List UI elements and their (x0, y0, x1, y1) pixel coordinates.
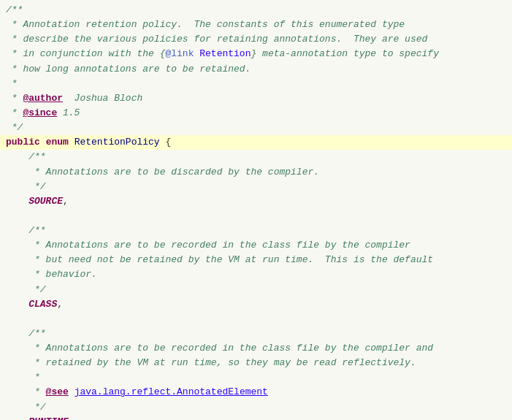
code-token: */ (6, 181, 46, 192)
code-token: * Annotations are to be recorded in the … (6, 343, 433, 354)
code-token: * (6, 78, 18, 89)
code-line: /** (0, 327, 512, 341)
code-token: , (57, 299, 63, 310)
code-line: * behavior. (0, 267, 512, 282)
code-token: , (63, 196, 69, 207)
code-line: /** (0, 150, 512, 164)
code-line: RUNTIME (0, 415, 512, 420)
code-line: * @author Joshua Bloch (0, 91, 512, 106)
code-line (0, 312, 512, 327)
code-line (0, 209, 512, 224)
code-token: 1.5 (57, 107, 80, 118)
code-token: */ (6, 122, 23, 133)
code-line: */ (0, 283, 512, 297)
code-line: /** (0, 3, 512, 18)
code-token: Joshua Bloch (63, 93, 142, 104)
code-token: @since (23, 107, 57, 118)
code-token: /** (6, 225, 46, 236)
code-token: public (6, 137, 40, 148)
code-line: * Annotations are to be discarded by the… (0, 165, 512, 180)
code-line: * (0, 370, 512, 385)
code-token: * (6, 107, 23, 118)
code-token (69, 386, 74, 397)
code-token (69, 137, 74, 148)
code-line: /** (0, 224, 512, 238)
code-line: */ (0, 180, 512, 194)
code-token (6, 196, 28, 207)
code-line: */ (0, 400, 512, 415)
code-line: * (0, 77, 512, 91)
code-token: * (6, 372, 40, 383)
code-editor: /** * Annotation retention policy. The c… (0, 0, 512, 420)
code-token: } meta-annotation type to specify (251, 48, 438, 59)
code-token: * retained by the VM at run time, so the… (6, 357, 416, 368)
code-line: * but need not be retained by the VM at … (0, 253, 512, 267)
code-token: java.lang.reflect.AnnotatedElement (74, 386, 268, 397)
code-line: SOURCE, (0, 194, 512, 209)
code-token: @author (23, 93, 63, 104)
code-token: * in conjunction with the { (6, 48, 165, 59)
code-token (6, 416, 28, 420)
code-line: public enum RetentionPolicy { (0, 135, 512, 150)
code-token: Retention (199, 48, 251, 59)
code-line: * in conjunction with the {@link Retenti… (0, 47, 512, 61)
code-token (40, 137, 46, 148)
code-token: * but need not be retained by the VM at … (6, 254, 433, 265)
code-line: * Annotation retention policy. The const… (0, 18, 512, 32)
code-token (6, 299, 28, 310)
code-line: * @see java.lang.reflect.AnnotatedElemen… (0, 385, 512, 400)
code-token: * how long annotations are to be retaine… (6, 64, 251, 75)
code-token: SOURCE (28, 196, 63, 207)
code-token: * behavior. (6, 269, 97, 280)
code-token: @link (165, 48, 194, 59)
code-token: /** (6, 151, 46, 162)
code-line: CLASS, (0, 297, 512, 312)
code-token: * describe the various policies for reta… (6, 34, 427, 45)
code-token: /** (6, 328, 46, 339)
code-token: /** (6, 4, 23, 15)
code-line: * retained by the VM at run time, so the… (0, 356, 512, 370)
code-line: * @since 1.5 (0, 106, 512, 121)
code-token: RUNTIME (28, 416, 69, 420)
code-token: CLASS (28, 299, 57, 310)
code-token: RetentionPolicy (74, 137, 160, 148)
code-line: */ (0, 121, 512, 135)
code-token: * (6, 93, 23, 104)
code-line: * describe the various policies for reta… (0, 32, 512, 47)
code-line: * Annotations are to be recorded in the … (0, 341, 512, 356)
code-line: * how long annotations are to be retaine… (0, 62, 512, 77)
code-token: * Annotations are to be recorded in the … (6, 240, 410, 251)
code-token: * (6, 386, 46, 397)
code-token: */ (6, 402, 46, 413)
code-token: * Annotations are to be discarded by the… (6, 167, 319, 177)
code-token: * Annotation retention policy. The const… (6, 19, 405, 30)
code-token: enum (46, 137, 69, 148)
code-token: */ (6, 284, 46, 295)
code-line: * Annotations are to be recorded in the … (0, 238, 512, 253)
code-token: @see (46, 386, 69, 397)
code-token: { (160, 137, 172, 148)
